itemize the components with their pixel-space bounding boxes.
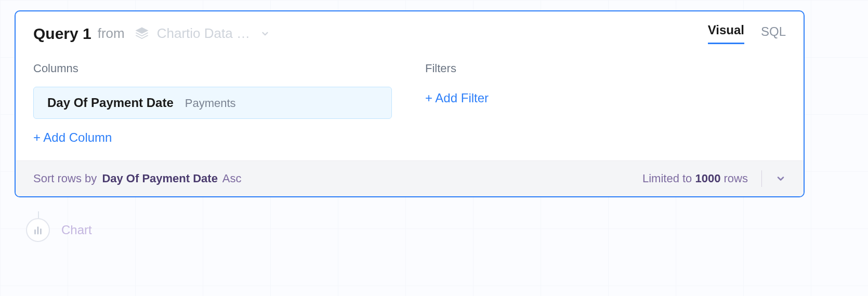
bar-chart-icon	[32, 224, 44, 236]
tab-visual[interactable]: Visual	[708, 23, 744, 44]
divider	[761, 170, 762, 187]
add-column-button[interactable]: + Add Column	[33, 130, 112, 145]
limit-group: Limited to 1000 rows	[642, 170, 786, 187]
chevron-down-icon	[260, 29, 270, 38]
sort-field: Day Of Payment Date	[102, 172, 218, 185]
from-label: from	[98, 25, 125, 42]
column-name: Day Of Payment Date	[47, 96, 174, 110]
chart-node-label: Chart	[61, 223, 92, 237]
filters-section: Filters + Add Filter	[425, 62, 786, 145]
limit-suffix: rows	[724, 172, 748, 185]
tab-sql[interactable]: SQL	[761, 24, 786, 44]
datasource-name: Chartio Data …	[157, 25, 250, 42]
limit-value: 1000	[695, 172, 720, 185]
add-filter-button[interactable]: + Add Filter	[425, 91, 489, 105]
panel-body: Columns Day Of Payment Date Payments + A…	[16, 49, 804, 160]
columns-heading: Columns	[33, 62, 394, 75]
layers-icon	[134, 26, 150, 42]
filters-heading: Filters	[425, 62, 786, 75]
query-panel: Query 1 from Chartio Data … Visual SQL C…	[15, 10, 805, 197]
limit-control[interactable]: Limited to 1000 rows	[642, 172, 748, 185]
sort-direction: Asc	[222, 172, 242, 185]
chart-node-button[interactable]	[26, 218, 50, 242]
column-table: Payments	[185, 97, 236, 110]
panel-header: Query 1 from Chartio Data … Visual SQL	[16, 11, 804, 49]
chevron-down-icon[interactable]	[775, 173, 786, 184]
column-pill[interactable]: Day Of Payment Date Payments	[33, 87, 392, 119]
query-title: Query 1	[33, 25, 91, 43]
sort-control[interactable]: Sort rows by Day Of Payment Date Asc	[33, 172, 242, 185]
limit-prefix: Limited to	[642, 172, 692, 185]
columns-section: Columns Day Of Payment Date Payments + A…	[33, 62, 394, 145]
sort-prefix: Sort rows by	[33, 172, 97, 185]
mode-tabs: Visual SQL	[708, 23, 786, 44]
chart-node: Chart	[26, 218, 92, 242]
panel-footer: Sort rows by Day Of Payment Date Asc Lim…	[16, 160, 804, 196]
datasource-selector[interactable]: Chartio Data …	[134, 25, 270, 42]
